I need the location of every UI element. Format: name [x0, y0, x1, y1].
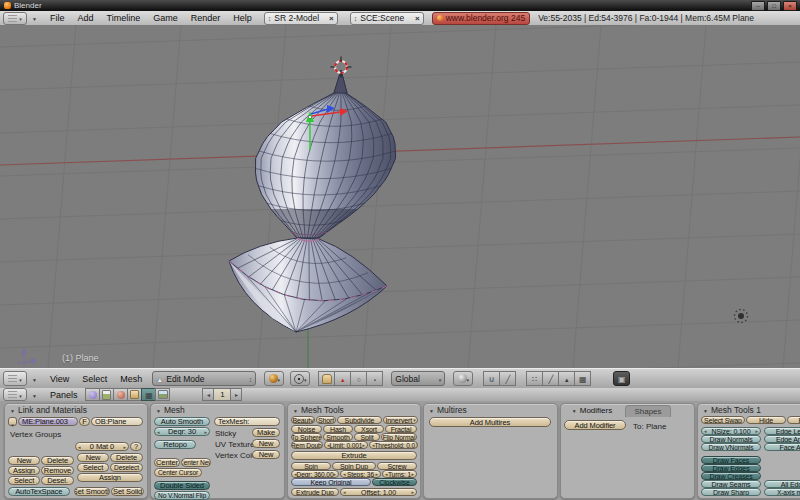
- panel-collapse-icon[interactable]: [156, 405, 161, 415]
- edge-select-button[interactable]: [542, 371, 559, 386]
- xsort-button[interactable]: Xsort: [354, 425, 384, 433]
- to-sphere-button[interactable]: To Sphere: [291, 433, 322, 441]
- manipulator-scale-button[interactable]: [366, 371, 383, 386]
- proportional-edit-button[interactable]: [453, 371, 473, 386]
- subdivide-button[interactable]: Subdivide: [337, 416, 382, 424]
- hide-button[interactable]: Hide: [746, 416, 786, 424]
- close-icon[interactable]: [415, 13, 420, 23]
- menu-help[interactable]: Help: [233, 13, 252, 23]
- vertex-select-button[interactable]: [526, 371, 543, 386]
- keep-original-toggle[interactable]: Keep Original: [291, 478, 371, 486]
- face-select-button[interactable]: [558, 371, 575, 386]
- texmesh-field[interactable]: TexMesh:: [214, 417, 280, 426]
- maximize-button[interactable]: [767, 1, 781, 11]
- offset-slider[interactable]: Offset: 1.00: [340, 488, 417, 496]
- menu-render[interactable]: Render: [191, 13, 221, 23]
- transform-orientation-dropdown[interactable]: Global: [391, 371, 445, 386]
- face-area-toggle[interactable]: Face Area: [764, 443, 800, 451]
- menu-file[interactable]: File: [50, 13, 65, 23]
- auto-smooth-toggle[interactable]: Auto Smooth: [154, 417, 210, 426]
- snap-magnet-button[interactable]: [483, 371, 500, 386]
- mesh-object[interactable]: [229, 70, 396, 332]
- context-shading-button[interactable]: [113, 388, 128, 401]
- context-logic-button[interactable]: [85, 388, 100, 401]
- vgroup-select-button[interactable]: Select: [8, 476, 40, 485]
- autotexspace-toggle[interactable]: AutoTexSpace: [8, 487, 70, 496]
- menu-add[interactable]: Add: [77, 13, 93, 23]
- retopo-toggle[interactable]: Retopo: [154, 440, 196, 449]
- add-multires-button[interactable]: Add Multires: [429, 417, 551, 427]
- threshold-slider[interactable]: Threshold: 0.018: [369, 441, 418, 449]
- draw-creases-toggle[interactable]: Draw Creases: [701, 472, 761, 480]
- window-type-button[interactable]: [3, 12, 27, 25]
- menu-timeline[interactable]: Timeline: [106, 13, 140, 23]
- no-vnormal-flip-toggle[interactable]: No V.Normal Flip: [154, 491, 210, 500]
- screen-selector[interactable]: SR 2-Model: [264, 12, 338, 25]
- manipulator-translate-button[interactable]: [334, 371, 351, 386]
- close-icon[interactable]: [329, 13, 334, 23]
- draw-type-button[interactable]: [264, 371, 284, 386]
- sticky-make-button[interactable]: Make: [252, 428, 280, 437]
- viewport-window-type-button[interactable]: [3, 371, 27, 386]
- fake-user-button[interactable]: F: [79, 417, 90, 426]
- draw-sharp-toggle[interactable]: Draw Sharp: [701, 488, 761, 496]
- degrees-slider[interactable]: Degr: 360.00: [291, 470, 339, 478]
- nsize-slider[interactable]: NSize: 0.100: [701, 427, 761, 435]
- panel-collapse-icon[interactable]: [429, 405, 434, 415]
- add-modifier-button[interactable]: Add Modifier: [564, 420, 626, 430]
- mode-dropdown[interactable]: Edit Mode: [152, 371, 256, 386]
- edge-angles-toggle[interactable]: Edge Angles: [764, 435, 800, 443]
- innervert-dropdown[interactable]: Innervert: [383, 416, 418, 424]
- buttons-window-type-button[interactable]: [3, 388, 27, 401]
- double-sided-toggle[interactable]: Double Sided: [154, 481, 210, 490]
- reveal-button[interactable]: Reveal: [787, 416, 800, 424]
- limit-slider[interactable]: Limit: 0.001: [324, 441, 368, 449]
- short-toggle[interactable]: Short: [316, 416, 336, 424]
- render-preview-button[interactable]: [613, 371, 630, 386]
- tab-shapes[interactable]: Shapes: [625, 405, 671, 417]
- context-script-button[interactable]: [99, 388, 114, 401]
- flip-normal-button[interactable]: Flip Normal: [381, 433, 417, 441]
- page-next-button[interactable]: [230, 388, 242, 401]
- header-collapse-icon[interactable]: [32, 13, 37, 23]
- panel-collapse-icon[interactable]: [703, 405, 708, 415]
- split-button[interactable]: Split: [354, 433, 380, 441]
- menu-game[interactable]: Game: [153, 13, 178, 23]
- manipulator-rotate-button[interactable]: [350, 371, 367, 386]
- center-cursor-button[interactable]: Center Cursor: [154, 468, 202, 477]
- scene-selector[interactable]: SCE:Scene: [350, 12, 424, 25]
- center-new-button[interactable]: Center New: [181, 458, 211, 467]
- vgroup-deselect-button[interactable]: Desel.: [41, 476, 74, 485]
- minimize-button[interactable]: [751, 1, 765, 11]
- xaxis-mirror-toggle[interactable]: X-axis mirror: [764, 488, 800, 496]
- pivot-point-button[interactable]: [290, 371, 310, 386]
- uv-texture-new-button[interactable]: New: [252, 439, 280, 448]
- draw-normals-toggle[interactable]: Draw Normals: [701, 435, 761, 443]
- draw-seams-toggle[interactable]: Draw Seams: [701, 480, 761, 488]
- spin-button[interactable]: Spin: [291, 462, 331, 470]
- extrude-dup-button[interactable]: Extrude Dup: [291, 488, 339, 496]
- snap-mode-button[interactable]: [499, 371, 516, 386]
- draw-edges-toggle[interactable]: Draw Edges: [701, 464, 761, 472]
- menu-mesh[interactable]: Mesh: [120, 374, 142, 384]
- tab-modifiers[interactable]: Modifiers: [563, 405, 621, 416]
- panel-collapse-icon[interactable]: [293, 405, 298, 415]
- context-scene-button[interactable]: [155, 388, 170, 401]
- material-deselect-button[interactable]: Deselect: [110, 463, 143, 472]
- material-help-button[interactable]: ?: [130, 442, 142, 451]
- material-delete-button[interactable]: Delete: [110, 453, 143, 462]
- extrude-button[interactable]: Extrude: [291, 451, 417, 460]
- screw-button[interactable]: Screw: [377, 462, 417, 470]
- header-collapse-icon[interactable]: [32, 390, 37, 400]
- hash-button[interactable]: Hash: [323, 425, 353, 433]
- noise-button[interactable]: Noise: [291, 425, 322, 433]
- manipulator-hand-button[interactable]: [318, 371, 335, 386]
- lamp-object[interactable]: [735, 310, 748, 323]
- draw-vnormals-toggle[interactable]: Draw VNormals: [701, 443, 761, 451]
- material-new-button[interactable]: New: [77, 453, 109, 462]
- occlude-geometry-button[interactable]: [574, 371, 591, 386]
- mesh-datablock-field[interactable]: ME:Plane.003: [18, 417, 78, 426]
- vgroup-remove-button[interactable]: Remove: [41, 466, 74, 475]
- spin-dup-button[interactable]: Spin Dup: [332, 462, 376, 470]
- vertex-color-new-button[interactable]: New: [252, 450, 280, 459]
